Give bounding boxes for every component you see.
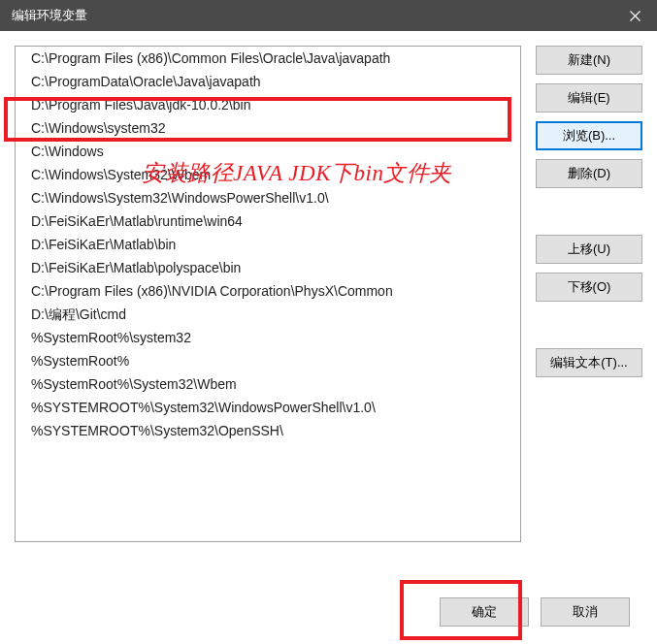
bottom-buttons: 确定 取消: [440, 597, 630, 627]
cancel-button[interactable]: 取消: [541, 597, 630, 627]
move-down-button[interactable]: 下移(O): [536, 273, 642, 302]
new-button[interactable]: 新建(N): [536, 46, 642, 75]
close-icon: [630, 11, 641, 21]
list-item[interactable]: C:\Windows\System32\Wbem: [16, 163, 520, 186]
edit-text-button[interactable]: 编辑文本(T)...: [536, 348, 642, 377]
list-item[interactable]: D:\编程\Git\cmd: [16, 303, 520, 326]
list-item[interactable]: %SystemRoot%\System32\Wbem: [16, 372, 520, 396]
spacer: [536, 310, 642, 339]
list-item[interactable]: %SYSTEMROOT%\System32\OpenSSH\: [16, 419, 520, 442]
list-item[interactable]: C:\Windows: [16, 140, 520, 163]
list-item[interactable]: D:\FeiSiKaEr\Matlab\bin: [16, 233, 520, 256]
spacer: [536, 197, 642, 226]
browse-button[interactable]: 浏览(B)...: [536, 121, 642, 150]
dialog-body: C:\Program Files (x86)\Common Files\Orac…: [0, 31, 657, 644]
list-item[interactable]: D:\Program Files\Java\jdk-10.0.2\bin: [16, 93, 520, 116]
path-list[interactable]: C:\Program Files (x86)\Common Files\Orac…: [15, 46, 521, 542]
list-item[interactable]: C:\Windows\system32: [16, 116, 520, 140]
ok-button[interactable]: 确定: [440, 597, 529, 627]
list-item[interactable]: D:\FeiSiKaEr\Matlab\runtime\win64: [16, 209, 520, 233]
list-item[interactable]: C:\Windows\System32\WindowsPowerShell\v1…: [16, 186, 520, 209]
list-item[interactable]: D:\FeiSiKaEr\Matlab\polyspace\bin: [16, 256, 520, 279]
titlebar: 编辑环境变量: [0, 0, 657, 31]
list-item[interactable]: C:\ProgramData\Oracle\Java\javapath: [16, 70, 520, 93]
delete-button[interactable]: 删除(D): [536, 159, 642, 188]
list-item[interactable]: %SystemRoot%: [16, 349, 520, 372]
close-button[interactable]: [612, 0, 657, 31]
list-item[interactable]: %SYSTEMROOT%\System32\WindowsPowerShell\…: [16, 396, 520, 419]
list-item[interactable]: %SystemRoot%\system32: [16, 326, 520, 349]
button-column: 新建(N) 编辑(E) 浏览(B)... 删除(D) 上移(U) 下移(O) 编…: [536, 46, 642, 542]
list-item[interactable]: C:\Program Files (x86)\NVIDIA Corporatio…: [16, 279, 520, 303]
move-up-button[interactable]: 上移(U): [536, 235, 642, 264]
edit-button[interactable]: 编辑(E): [536, 83, 642, 113]
window-title: 编辑环境变量: [12, 7, 87, 24]
list-item[interactable]: C:\Program Files (x86)\Common Files\Orac…: [16, 47, 520, 70]
